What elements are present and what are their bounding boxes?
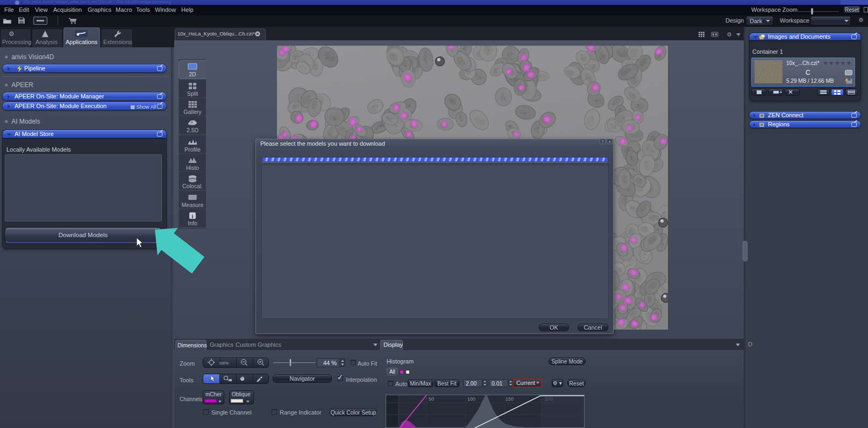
- svg-text:Split: Split: [187, 90, 198, 97]
- svg-text:⚙: ⚙: [727, 31, 732, 38]
- svg-text:100%: 100%: [219, 361, 229, 365]
- svg-text:Colocal.: Colocal.: [182, 183, 203, 189]
- svg-text:Profile: Profile: [184, 146, 201, 153]
- svg-text:Measure: Measure: [182, 202, 204, 208]
- svg-text:Gallery: Gallery: [183, 109, 202, 115]
- svg-text:2.5D: 2.5D: [187, 127, 199, 133]
- svg-text:100: 100: [467, 396, 475, 402]
- svg-text:50: 50: [429, 396, 434, 402]
- svg-text:i: i: [192, 213, 194, 219]
- svg-text:150: 150: [506, 396, 514, 402]
- svg-text:200: 200: [545, 396, 553, 402]
- svg-text:Histo: Histo: [186, 165, 199, 171]
- svg-text:2D: 2D: [189, 71, 196, 77]
